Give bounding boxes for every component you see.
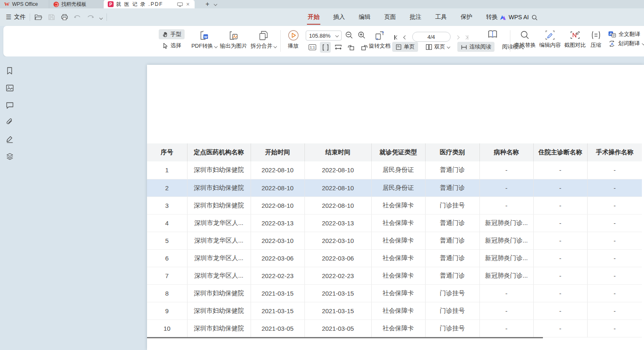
pdf-page[interactable]: 序号定点医药机构名称开始时间结束时间就诊凭证类型医疗类别病种名称住院主诊断名称手… xyxy=(147,65,644,350)
find-replace-button[interactable]: 查找替换 xyxy=(514,30,536,49)
split-merge-button[interactable]: 拆分合并 xyxy=(250,30,277,50)
new-tab-button[interactable]: + xyxy=(202,0,213,8)
table-row[interactable]: 2深圳市妇幼保健院2022-08-102022-08-10居民身份证普通门诊--… xyxy=(147,179,642,197)
table-row[interactable]: 5深圳市龙华区人...2022-03-102022-03-10社会保障卡普通门诊… xyxy=(147,232,642,249)
table-cell: - xyxy=(479,161,533,179)
record-table-head-row: 序号定点医药机构名称开始时间结束时间就诊凭证类型医疗类别病种名称住院主诊断名称手… xyxy=(147,143,642,161)
actual-size-button[interactable]: 1:1 xyxy=(307,42,318,53)
file-menu-button[interactable]: ☰ 文件 xyxy=(6,13,25,21)
next-page-button[interactable] xyxy=(456,34,459,40)
double-page-button[interactable]: 双页 xyxy=(422,42,453,52)
screenshot-compare-button[interactable]: 截图对比 xyxy=(564,30,586,49)
first-page-button[interactable] xyxy=(394,34,398,40)
table-cell: 5 xyxy=(147,232,187,249)
toolbar: 手型 选择 W PDF转换 输出为图片 xyxy=(3,26,644,56)
table-cell: - xyxy=(533,319,587,337)
open-file-icon[interactable] xyxy=(34,14,42,20)
fit-width-button[interactable] xyxy=(333,42,344,53)
compress-button[interactable]: 压缩 xyxy=(590,30,602,49)
wps-logo-icon: W xyxy=(4,1,10,8)
table-cell: 普通门诊 xyxy=(425,179,479,197)
pdf-convert-button[interactable]: W PDF转换 xyxy=(190,30,218,50)
table-cell: 居民身份证 xyxy=(371,161,425,179)
rotate-document-button[interactable]: 旋转文档 xyxy=(368,30,391,50)
table-cell: 深圳市龙华区人... xyxy=(187,214,251,232)
tab-comment[interactable]: 批注 xyxy=(409,8,422,26)
full-translate-button[interactable]: A字 全文翻译 xyxy=(608,31,640,38)
export-image-button[interactable]: 输出为图片 xyxy=(219,30,248,50)
ribbon-tabs: 开始 插入 编辑 页面 批注 工具 保护 转换 xyxy=(307,8,499,26)
tab-tools[interactable]: 工具 xyxy=(434,8,448,26)
table-cell: 社会保障卡 xyxy=(371,249,425,267)
layers-icon[interactable] xyxy=(5,151,15,161)
medical-record-table: 序号定点医药机构名称开始时间结束时间就诊凭证类型医疗类别病种名称住院主诊断名称手… xyxy=(147,143,642,337)
rotate-left-icon[interactable] xyxy=(346,42,357,53)
tab-wps-office[interactable]: W WPS Office xyxy=(0,0,49,8)
table-cell: - xyxy=(587,267,642,284)
tab-document-pdf[interactable]: P 就 医 记 录 .PDF × xyxy=(104,0,195,8)
attachment-icon[interactable] xyxy=(5,117,15,127)
menu-bar: ☰ 文件 开始 插入 编辑 页面 xyxy=(0,8,644,26)
select-tool-button[interactable]: 选择 xyxy=(159,41,185,51)
chevron-down-icon xyxy=(642,42,644,45)
table-cell: - xyxy=(587,302,642,319)
table-cell: - xyxy=(587,232,642,249)
screenshot-compare-icon xyxy=(570,31,580,38)
wps-ai-button[interactable]: WPS AI xyxy=(499,8,529,26)
word-translate-button[interactable]: A 划词翻译 xyxy=(608,40,644,47)
table-cell: - xyxy=(533,214,587,232)
signature-pen-icon[interactable] xyxy=(5,134,15,144)
tab-docer-templates[interactable]: 找稻壳模板 xyxy=(49,0,104,8)
continuous-read-button[interactable]: 连续阅读 xyxy=(457,42,494,52)
table-row[interactable]: 8深圳市妇幼保健院2021-03-152021-03-15社会保障卡门诊挂号--… xyxy=(147,284,642,302)
table-cell: - xyxy=(533,232,587,249)
read-mode-icon[interactable] xyxy=(487,29,498,40)
last-page-button[interactable] xyxy=(464,34,469,40)
table-row[interactable]: 9深圳市妇幼保健院2021-03-152021-03-15社会保障卡门诊挂号--… xyxy=(147,302,642,319)
tab-edit[interactable]: 编辑 xyxy=(358,8,371,26)
column-header: 定点医药机构名称 xyxy=(187,143,251,161)
undo-icon[interactable] xyxy=(74,14,81,20)
prev-page-button[interactable] xyxy=(404,34,407,40)
table-row[interactable]: 4深圳市龙华区人...2022-03-132022-03-13社会保障卡普通门诊… xyxy=(147,214,642,232)
table-cell: 社会保障卡 xyxy=(371,302,425,319)
tab-convert[interactable]: 转换 xyxy=(485,8,499,26)
bookmark-icon[interactable] xyxy=(5,66,15,76)
zoom-out-icon[interactable] xyxy=(345,31,353,39)
search-icon[interactable] xyxy=(531,14,538,21)
edit-content-button[interactable]: 编辑内容 xyxy=(539,30,561,49)
tab-protect[interactable]: 保护 xyxy=(460,8,473,26)
comment-icon[interactable] xyxy=(5,100,15,110)
save-icon[interactable] xyxy=(48,14,55,20)
redo-icon[interactable] xyxy=(87,14,94,20)
quick-tools-chevron-icon[interactable] xyxy=(100,14,102,20)
table-cell: 新冠肺炎门诊... xyxy=(479,249,533,267)
table-row[interactable]: 7深圳市龙华区人...2022-02-232022-02-23社会保障卡普通门诊… xyxy=(147,267,642,284)
single-page-button[interactable]: 单页 xyxy=(392,42,418,52)
table-row[interactable]: 10深圳市妇幼保健院2021-03-052021-03-05社会保障卡门诊挂号-… xyxy=(147,319,642,337)
page-number-input[interactable]: 4/4 xyxy=(412,32,451,42)
thumbnail-icon[interactable] xyxy=(5,83,15,93)
hand-tool-button[interactable]: 手型 xyxy=(159,29,185,39)
tab-insert[interactable]: 插入 xyxy=(332,8,346,26)
chevron-down-icon xyxy=(274,45,277,48)
table-row[interactable]: 3深圳市妇幼保健院2022-08-102022-08-10社会保障卡门诊挂号--… xyxy=(147,197,642,214)
close-tab-icon[interactable]: × xyxy=(185,1,190,7)
zoom-in-icon[interactable] xyxy=(357,31,366,39)
table-cell: 新冠肺炎门诊... xyxy=(479,214,533,232)
table-cell: - xyxy=(533,302,587,319)
table-cell: 2022-03-06 xyxy=(304,249,371,267)
table-cell: 社会保障卡 xyxy=(371,267,425,284)
table-row[interactable]: 6深圳市龙华区人...2022-03-062022-03-06社会保障卡普通门诊… xyxy=(147,249,642,267)
table-cell: 2022-08-10 xyxy=(304,161,371,179)
tab-list-chevron-icon[interactable] xyxy=(213,0,218,8)
fit-page-button[interactable] xyxy=(320,42,331,53)
table-cell: - xyxy=(587,249,642,267)
print-icon[interactable] xyxy=(61,14,68,20)
zoom-level-select[interactable]: 105.88% xyxy=(306,31,342,41)
play-button[interactable]: 播放 xyxy=(284,30,302,50)
tab-home[interactable]: 开始 xyxy=(307,8,320,26)
tab-page[interactable]: 页面 xyxy=(383,8,397,26)
table-cell: 2022-02-23 xyxy=(304,267,371,284)
table-row[interactable]: 1深圳市妇幼保健院2022-08-102022-08-10居民身份证普通门诊--… xyxy=(147,161,642,179)
